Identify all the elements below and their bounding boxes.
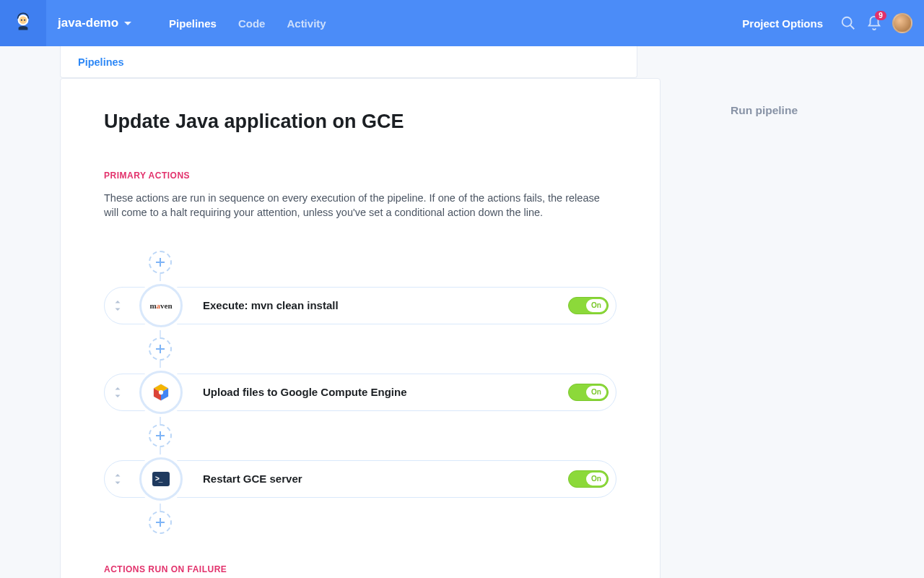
app-logo[interactable] bbox=[0, 0, 46, 46]
add-action-button[interactable] bbox=[149, 337, 172, 361]
svg-line-5 bbox=[850, 25, 855, 30]
action-title: Restart GCE server bbox=[203, 473, 302, 485]
add-action-button[interactable] bbox=[149, 251, 172, 274]
svg-rect-9 bbox=[156, 348, 165, 350]
notification-badge: 9 bbox=[875, 11, 886, 20]
sidebar: Run pipeline bbox=[707, 46, 924, 578]
nav-activity[interactable]: Activity bbox=[287, 17, 326, 30]
search-button[interactable] bbox=[840, 15, 856, 31]
action-toggle[interactable]: On bbox=[568, 384, 609, 401]
app-header: java-demo Pipelines Code Activity Projec… bbox=[0, 0, 924, 46]
notifications-button[interactable]: 9 bbox=[866, 15, 882, 31]
failure-actions-label: ACTIONS RUN ON FAILURE bbox=[104, 564, 616, 574]
run-pipeline-link[interactable]: Run pipeline bbox=[731, 104, 924, 117]
action-row[interactable]: Upload files to Google Compute Engine On bbox=[104, 374, 616, 411]
svg-rect-14 bbox=[156, 522, 165, 523]
primary-actions-desc: These actions are run in sequence on eve… bbox=[104, 191, 609, 220]
svg-rect-7 bbox=[156, 262, 165, 263]
project-switcher[interactable]: java-demo bbox=[58, 16, 131, 30]
add-action-button[interactable] bbox=[149, 511, 172, 534]
tab-pipelines[interactable]: Pipelines bbox=[78, 56, 124, 68]
svg-point-1 bbox=[19, 16, 27, 24]
toggle-label: On bbox=[586, 473, 606, 486]
user-avatar[interactable] bbox=[892, 13, 912, 33]
svg-point-2 bbox=[21, 20, 22, 21]
svg-point-10 bbox=[159, 389, 163, 394]
svg-point-3 bbox=[24, 20, 25, 21]
action-title: Execute: mvn clean install bbox=[203, 299, 339, 311]
actions-list: maven Execute: mvn clean install On Uplo bbox=[104, 251, 616, 534]
action-row[interactable]: maven Execute: mvn clean install On bbox=[104, 287, 616, 324]
svg-point-4 bbox=[842, 17, 852, 27]
action-toggle[interactable]: On bbox=[568, 470, 609, 488]
pipeline-card: Update Java application on GCE PRIMARY A… bbox=[60, 78, 661, 578]
svg-rect-12 bbox=[156, 435, 165, 436]
nav-code[interactable]: Code bbox=[238, 17, 266, 30]
terminal-icon bbox=[139, 457, 183, 501]
project-options-link[interactable]: Project Options bbox=[742, 17, 823, 30]
pipeline-title: Update Java application on GCE bbox=[104, 111, 616, 133]
action-toggle[interactable]: On bbox=[568, 297, 609, 314]
project-name: java-demo bbox=[58, 16, 118, 30]
chevron-down-icon bbox=[124, 22, 131, 25]
toggle-label: On bbox=[586, 386, 606, 399]
google-cloud-icon bbox=[139, 371, 183, 414]
main-nav: Pipelines Code Activity bbox=[169, 17, 326, 30]
drag-handle-icon[interactable] bbox=[105, 387, 131, 397]
maven-icon: maven bbox=[139, 284, 183, 327]
primary-actions-label: PRIMARY ACTIONS bbox=[104, 171, 616, 181]
content-tabbar: Pipelines bbox=[60, 46, 637, 78]
action-title: Upload files to Google Compute Engine bbox=[203, 386, 407, 398]
drag-handle-icon[interactable] bbox=[105, 301, 131, 311]
drag-handle-icon[interactable] bbox=[105, 474, 131, 484]
nav-pipelines[interactable]: Pipelines bbox=[169, 17, 217, 30]
toggle-label: On bbox=[586, 299, 606, 312]
action-row[interactable]: Restart GCE server On bbox=[104, 460, 616, 498]
add-action-button[interactable] bbox=[149, 424, 172, 447]
